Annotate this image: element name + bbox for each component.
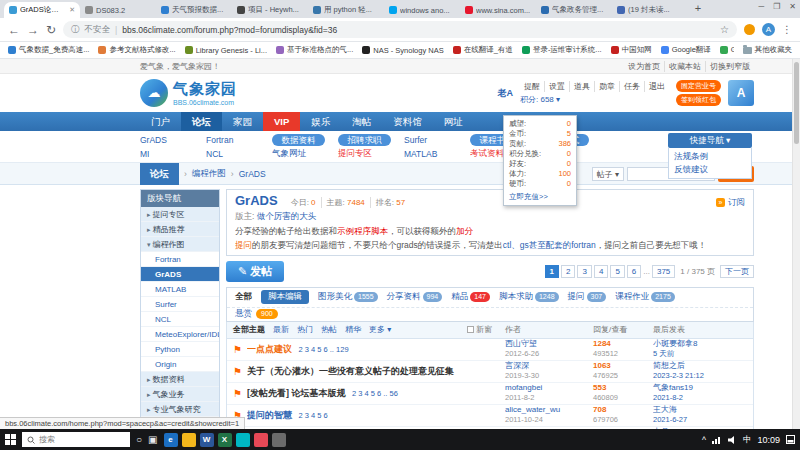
filter-tab[interactable]: 课程作业 2175 <box>615 291 675 303</box>
sidebar-item[interactable]: MATLAB <box>141 282 219 297</box>
thread-page-links[interactable]: 2 3 4 5 6 .. 129 <box>299 345 349 354</box>
volume-icon[interactable] <box>728 436 737 444</box>
credit-toggle[interactable]: 积分: 658 ▾ <box>520 94 669 105</box>
bookmark-item[interactable]: Library Genesis - Li... <box>185 46 267 55</box>
nav-item[interactable]: 家园 <box>222 112 263 131</box>
breadcrumb-root-tab[interactable]: 论坛 <box>140 163 179 185</box>
taskbar-app-icon[interactable]: e <box>164 433 178 447</box>
breadcrumb-section[interactable]: 编程作图 <box>192 168 226 180</box>
filter-tab[interactable]: 脚本求助 1248 <box>499 291 559 303</box>
user-link[interactable]: 退出 <box>644 81 669 92</box>
bookmark-item[interactable]: 气象数据_免费高速... <box>8 45 89 55</box>
search-scope-select[interactable]: 帖子 ▾ <box>592 167 624 181</box>
taskbar-app-icon[interactable] <box>182 433 196 447</box>
quick-nav-link[interactable]: 法规条例 <box>674 150 746 163</box>
scrollbar-thumb[interactable] <box>794 62 799 144</box>
user-link[interactable]: 设置 <box>544 81 569 92</box>
sidebar-item[interactable]: Python <box>141 342 219 357</box>
extension-icon[interactable] <box>744 24 755 35</box>
address-bar[interactable]: ⓘ 不安全 | bbs.06climate.com/forum.php?mod=… <box>63 21 737 38</box>
sidebar-item[interactable]: Origin <box>141 357 219 372</box>
site-logo-icon[interactable]: ☁ <box>140 79 168 107</box>
taskbar-app-icon[interactable] <box>272 433 286 447</box>
page-number[interactable]: 2 <box>561 265 575 278</box>
nav-item[interactable]: VIP <box>263 112 300 131</box>
thread-author[interactable]: 言深深 <box>505 361 593 371</box>
nav-item[interactable]: 淘帖 <box>341 112 382 131</box>
thread-author[interactable]: mofangbei <box>505 383 593 393</box>
other-bookmarks-button[interactable]: 其他收藏夹 <box>743 45 793 55</box>
subscribe-link[interactable]: » 订阅 <box>716 197 745 209</box>
filter-tab[interactable]: 分享资料 994 <box>387 291 443 303</box>
page-number[interactable]: 3 <box>577 265 591 278</box>
topbar-link[interactable]: 切换到窄版 <box>705 61 754 72</box>
browser-tab[interactable]: 气象政务管理... ✕ <box>536 2 612 18</box>
filter-tab[interactable]: 图形美化 1555 <box>318 291 378 303</box>
promo-pill[interactable]: 固定营业号 <box>676 80 721 92</box>
bookmark-item[interactable]: 登录-运维审计系统... <box>522 45 602 55</box>
subnav-link[interactable]: 气象网址 <box>272 148 338 160</box>
notification-icon[interactable] <box>786 435 795 444</box>
thread-title[interactable]: 提问的智慧 <box>247 410 292 420</box>
avatar[interactable]: A <box>728 80 754 106</box>
username[interactable]: 老A <box>498 87 514 100</box>
sidebar-item[interactable]: 精品推荐 <box>141 222 219 237</box>
bookmark-item[interactable]: 参考文献格式修改... <box>98 45 175 55</box>
bookmark-item[interactable]: 中国知网 <box>611 45 652 55</box>
list-sort-link[interactable]: 更多 ▾ <box>369 324 391 335</box>
last-page-number[interactable]: 375 <box>652 265 675 278</box>
bookmark-item[interactable]: Google翻译 <box>661 45 711 55</box>
forward-icon[interactable]: → <box>27 24 39 36</box>
moderator-link[interactable]: 做个厉害的大头 <box>257 211 317 221</box>
thread-author[interactable]: alice_water_wu <box>505 405 593 415</box>
subnav-link[interactable]: 招聘求职 <box>338 134 391 146</box>
info-icon[interactable]: ⓘ <box>71 24 80 36</box>
taskbar-app-icon[interactable] <box>254 433 268 447</box>
network-icon[interactable] <box>712 436 722 444</box>
list-sort-link[interactable]: 最新 <box>273 324 289 335</box>
bookmark-item[interactable]: NAS - Synology NAS <box>362 46 443 55</box>
bookmark-item[interactable]: 在线翻译_有道 <box>453 45 513 55</box>
sidebar-item[interactable]: Fortran <box>141 252 219 267</box>
browser-tab[interactable]: 用 python 轻... ✕ <box>308 2 384 18</box>
topbar-link[interactable]: 设为首页 <box>624 61 664 72</box>
sidebar-item[interactable]: 气象业务 <box>141 387 219 402</box>
list-sort-link[interactable]: 热门 <box>297 324 313 335</box>
quick-nav-button[interactable]: 快捷导航 ▾ <box>668 133 752 148</box>
page-scrollbar[interactable] <box>792 59 800 429</box>
new-post-button[interactable]: ✎ 发帖 <box>226 261 284 282</box>
thread-author[interactable]: 西山守望 <box>505 339 593 349</box>
next-page-button[interactable]: 下一页 <box>720 265 754 278</box>
recharge-link[interactable]: 立即充值>> <box>509 192 571 202</box>
thread-page-links[interactable]: 2 3 4 5 6 <box>299 411 328 420</box>
sidebar-item[interactable]: 提问专区 <box>141 207 219 222</box>
close-button[interactable]: ✕ <box>789 2 796 11</box>
new-window-option[interactable]: 新窗 <box>467 324 505 335</box>
browser-menu-icon[interactable]: ⋮ <box>782 24 792 35</box>
filter-tab[interactable]: 脚本编辑 <box>261 290 309 304</box>
list-sort-link[interactable]: 精华 <box>345 324 361 335</box>
last-poster[interactable]: 气象fans19 <box>653 383 747 393</box>
thread-title[interactable]: 一点点建议 <box>247 344 292 354</box>
list-sort-link[interactable]: 热帖 <box>321 324 337 335</box>
list-sort-link[interactable]: 全部主题 <box>233 324 265 335</box>
nav-item[interactable]: 资料馆 <box>382 112 433 131</box>
page-number[interactable]: 1 <box>545 265 559 278</box>
browser-tab[interactable]: windows ano... ✕ <box>384 2 460 18</box>
task-view-icon[interactable]: ▣ <box>148 435 157 445</box>
page-number[interactable]: 5 <box>610 265 624 278</box>
taskbar-search[interactable] <box>22 432 130 447</box>
minimize-button[interactable]: ─ <box>758 2 764 11</box>
sidebar-item[interactable]: 编程作图 <box>141 237 219 252</box>
topbar-link[interactable]: 收藏本站 <box>664 61 705 72</box>
subnav-link[interactable]: 数据资料 <box>272 134 325 146</box>
clock[interactable]: 10:09 <box>757 435 780 445</box>
sidebar-item[interactable]: 数据资料 <box>141 372 219 387</box>
filter-tab[interactable]: 精品 147 <box>451 291 490 303</box>
cortana-icon[interactable]: ○ <box>136 435 142 445</box>
taskbar-app-icon[interactable]: W <box>200 433 214 447</box>
sidebar-item[interactable]: 专业气象研究 <box>141 402 219 417</box>
subnav-link[interactable]: 提问专区 <box>338 148 404 160</box>
subnav-link[interactable]: MI <box>140 149 206 159</box>
profile-avatar[interactable]: A <box>762 23 775 36</box>
